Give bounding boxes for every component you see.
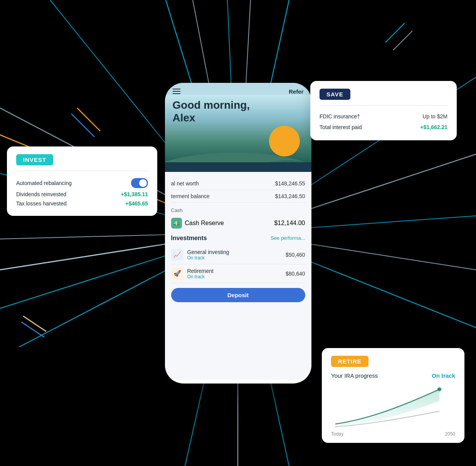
tax-losses-label: Tax losses harvested: [16, 200, 67, 207]
phone-mockup: Refer Good morning,Alex al net worth $14…: [165, 83, 311, 384]
see-performance-link[interactable]: See performa...: [271, 235, 305, 241]
general-investing-status: On track: [187, 255, 229, 261]
dividends-label: Dividends reinvested: [16, 191, 66, 197]
svg-line-24: [21, 322, 44, 337]
retirement-item-left: 🚀 Retirement On track: [171, 267, 214, 280]
retirement-label: terment balance: [171, 193, 210, 199]
phone-screen: Refer Good morning,Alex al net worth $14…: [165, 83, 311, 384]
chart-x-labels: Today 2050: [331, 431, 455, 437]
cash-title: Cash: [171, 207, 305, 213]
chart-x-end: 2050: [445, 431, 455, 437]
save-row-fdic: FDIC insurance† Up to $2M: [320, 111, 447, 122]
invest-card: INVEST Automated rebalancing Dividends r…: [7, 146, 157, 216]
invest-row-rebalancing: Automated rebalancing: [16, 177, 148, 190]
investments-header: Investments See performa...: [171, 235, 305, 242]
investments-section: Investments See performa... 📈 General in…: [171, 235, 305, 302]
deposit-button[interactable]: Deposit: [171, 288, 305, 302]
retirement-value-2: $80,640: [286, 271, 305, 277]
phone-illustration: Good morning,Alex: [165, 95, 311, 172]
retire-badge: RETIRE: [331, 356, 368, 367]
svg-line-21: [77, 108, 100, 131]
general-investing-info: General investing On track: [187, 249, 229, 261]
retirement-info: Retirement On track: [187, 268, 214, 279]
svg-line-23: [23, 316, 46, 331]
cash-reserve-name: Cash Reserve: [185, 220, 224, 227]
general-investing-name: General investing: [187, 249, 229, 255]
ira-progress-label: Your IRA progress: [331, 372, 378, 379]
greeting-text: Good morning,Alex: [173, 95, 304, 124]
retirement-name: Retirement: [187, 268, 214, 274]
interest-value: +$1,662.21: [420, 124, 447, 130]
cash-reserve-item[interactable]: 💵 Cash Reserve $12,144.00: [171, 215, 305, 231]
invest-row-tax: Tax losses harvested +$465.65: [16, 199, 148, 208]
save-badge: SAVE: [320, 89, 350, 100]
cash-reserve-icon: 💵: [171, 218, 182, 229]
save-divider: [320, 105, 447, 106]
fdic-label: FDIC insurance†: [320, 113, 360, 119]
cash-item-left: 💵 Cash Reserve: [171, 218, 224, 229]
retirement-balance-row: terment balance $143,246.50: [171, 190, 305, 203]
svg-line-26: [393, 31, 412, 50]
invest-row-dividends: Dividends reinvested +$1,385.11: [16, 190, 148, 199]
retirement-item[interactable]: 🚀 Retirement On track $80,640: [171, 264, 305, 283]
refer-button[interactable]: Refer: [289, 88, 303, 95]
menu-icon[interactable]: [173, 89, 180, 94]
phone-header: Refer: [165, 83, 311, 95]
phone-content[interactable]: al net worth $148,246.55 terment balance…: [165, 172, 311, 380]
general-investing-value: $50,460: [286, 252, 305, 258]
svg-rect-30: [165, 162, 311, 172]
net-worth-label: al net worth: [171, 180, 199, 187]
general-investing-icon: 📈: [171, 249, 183, 261]
fdic-value: Up to $2M: [422, 113, 447, 119]
rebalancing-toggle[interactable]: [131, 178, 148, 188]
tax-losses-value: +$465.65: [125, 200, 148, 207]
rebalancing-label: Automated rebalancing: [16, 180, 72, 186]
retire-header-row: Your IRA progress On track: [331, 372, 455, 379]
invest-divider: [16, 171, 148, 171]
cash-reserve-value: $12,144.00: [274, 220, 305, 227]
save-card: SAVE FDIC insurance† Up to $2M Total int…: [310, 81, 457, 140]
svg-line-25: [385, 23, 405, 42]
retire-card: RETIRE Your IRA progress On track: [322, 348, 464, 443]
svg-line-22: [71, 114, 94, 137]
general-investing-left: 📈 General investing On track: [171, 249, 229, 261]
interest-label: Total interest paid: [320, 124, 362, 130]
svg-point-31: [437, 387, 441, 391]
chart-x-start: Today: [331, 431, 343, 437]
retirement-status: On track: [187, 274, 214, 279]
general-investing-item[interactable]: 📈 General investing On track $50,460: [171, 246, 305, 264]
invest-badge: INVEST: [16, 154, 53, 165]
dividends-value: +$1,385.11: [121, 191, 148, 197]
investments-title: Investments: [171, 235, 207, 242]
on-track-label: On track: [432, 372, 455, 379]
net-worth-row: al net worth $148,246.55: [171, 177, 305, 190]
retirement-icon: 🚀: [171, 267, 183, 280]
save-row-interest: Total interest paid +$1,662.21: [320, 122, 447, 133]
retire-chart: [331, 384, 455, 430]
retirement-value: $143,246.50: [275, 193, 305, 199]
cash-section: Cash 💵 Cash Reserve $12,144.00: [171, 207, 305, 231]
net-worth-value: $148,246.55: [275, 180, 305, 187]
